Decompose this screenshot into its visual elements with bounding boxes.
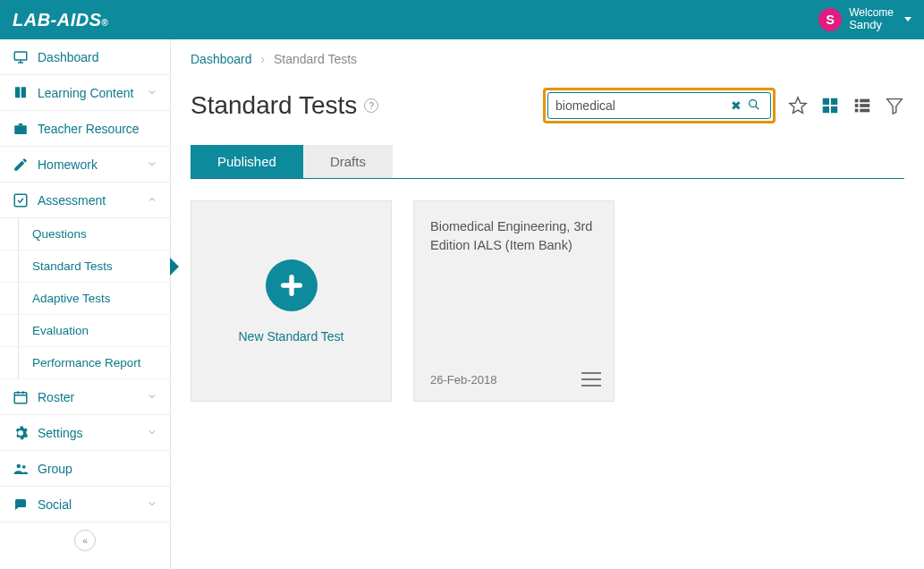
card-menu-icon[interactable] [581,372,601,386]
chat-icon [13,497,29,513]
chevron-down-icon [147,497,157,512]
sidebar-item-homework[interactable]: Homework [0,147,170,183]
svg-rect-17 [831,106,837,113]
breadcrumb-sep-icon: › [260,52,265,66]
sidebar-item-label: Performance Report [32,356,141,369]
svg-point-10 [22,464,26,468]
test-card-title: Biomedical Engineering, 3rd Edition IALS… [430,217,598,255]
chevron-down-icon [147,86,157,100]
svg-rect-23 [860,109,869,113]
sidebar-item-adaptive-tests[interactable]: Adaptive Tests [0,283,170,315]
sidebar-item-teacher-resource[interactable]: Teacher Resource [0,111,170,147]
sidebar-item-standard-tests[interactable]: » Standard Tests [0,251,170,283]
caret-down-icon [904,17,911,21]
sidebar-item-social[interactable]: Social [0,487,170,522]
chevron-down-icon [147,390,157,404]
svg-line-12 [756,106,759,109]
sidebar-item-assessment[interactable]: Assessment [0,183,170,218]
tab-drafts[interactable]: Drafts [303,145,393,178]
svg-rect-16 [823,106,829,113]
sidebar-item-label: Settings [38,426,83,440]
clear-icon[interactable]: ✖ [727,98,745,113]
page-title: Standard Tests ? [191,91,378,120]
breadcrumb: Dashboard › Standard Tests [171,39,924,79]
filter-icon[interactable] [885,96,904,115]
collapse-sidebar-button[interactable]: « [74,530,96,551]
svg-marker-24 [887,99,903,115]
svg-rect-20 [855,104,859,107]
sidebar-item-dashboard[interactable]: Dashboard [0,39,170,75]
test-card-date: 26-Feb-2018 [430,373,496,386]
sidebar-item-learning-content[interactable]: Learning Content [0,75,170,111]
sidebar-item-label: Roster [38,390,74,404]
sidebar-item-label: Standard Tests [32,259,113,273]
welcome-text: Welcome Sandy [849,7,894,31]
star-icon[interactable] [788,96,808,115]
chevron-down-icon [147,426,157,440]
brand-logo: LAB-AIDS® [13,10,108,30]
check-square-icon [13,192,29,208]
main-content: Dashboard › Standard Tests Standard Test… [171,39,924,569]
app-header: LAB-AIDS® S Welcome Sandy [0,0,924,39]
sidebar-item-roster[interactable]: Roster [0,379,170,415]
svg-rect-22 [855,109,859,113]
svg-point-9 [17,463,21,468]
sidebar-item-label: Questions [32,227,87,241]
sidebar-item-label: Evaluation [32,324,89,337]
sidebar-item-label: Assessment [38,193,106,208]
svg-rect-5 [14,392,27,403]
sidebar-item-performance-report[interactable]: Performance Report [0,347,170,379]
assessment-submenu: Questions » Standard Tests Adaptive Test… [0,218,170,379]
sidebar-item-label: Dashboard [38,50,99,64]
chevron-down-icon [147,157,157,172]
cards-grid: New Standard Test Biomedical Engineering… [171,179,924,423]
new-test-card[interactable]: New Standard Test [191,200,392,402]
calendar-icon [13,389,29,405]
svg-rect-26 [281,283,302,287]
search-input[interactable] [555,98,727,113]
sidebar: Dashboard Learning Content Teacher Resou… [0,39,171,569]
chevron-up-icon [147,193,157,208]
users-icon [13,461,29,477]
active-marker-icon: » [0,261,5,272]
breadcrumb-current: Standard Tests [274,52,357,66]
pencil-icon [13,157,29,173]
active-arrow-icon [170,258,179,276]
user-menu[interactable]: S Welcome Sandy [818,7,911,31]
briefcase-icon [13,121,29,137]
svg-rect-3 [14,125,27,134]
sidebar-item-group[interactable]: Group [0,451,170,487]
book-icon [13,85,29,101]
sidebar-item-label: Group [38,462,72,476]
svg-rect-18 [855,99,859,103]
tab-published[interactable]: Published [191,145,303,178]
sidebar-item-evaluation[interactable]: Evaluation [0,315,170,347]
sidebar-item-label: Homework [38,157,97,172]
sidebar-item-label: Teacher Resource [38,122,140,136]
sidebar-item-questions[interactable]: Questions [0,218,170,251]
svg-rect-15 [831,98,837,105]
svg-rect-4 [14,194,27,207]
gear-icon [13,425,29,441]
new-test-label: New Standard Test [238,329,343,344]
monitor-icon [13,49,29,65]
plus-icon [266,259,318,311]
sidebar-item-label: Social [38,497,72,512]
sidebar-item-label: Adaptive Tests [32,292,111,305]
svg-rect-19 [860,99,869,103]
avatar: S [818,8,842,31]
search-highlight: ✖ [543,88,776,123]
test-card[interactable]: Biomedical Engineering, 3rd Edition IALS… [413,200,615,402]
breadcrumb-root[interactable]: Dashboard [191,52,252,66]
sidebar-item-settings[interactable]: Settings [0,415,170,451]
svg-rect-14 [823,98,829,105]
help-icon[interactable]: ? [364,98,378,113]
list-view-icon[interactable] [852,96,872,115]
tabs: Published Drafts [191,145,904,179]
search-icon[interactable] [745,98,763,115]
sidebar-item-label: Learning Content [38,86,133,100]
grid-view-icon[interactable] [820,96,840,115]
svg-point-11 [750,99,757,106]
svg-rect-0 [14,52,27,60]
svg-rect-21 [860,104,869,107]
